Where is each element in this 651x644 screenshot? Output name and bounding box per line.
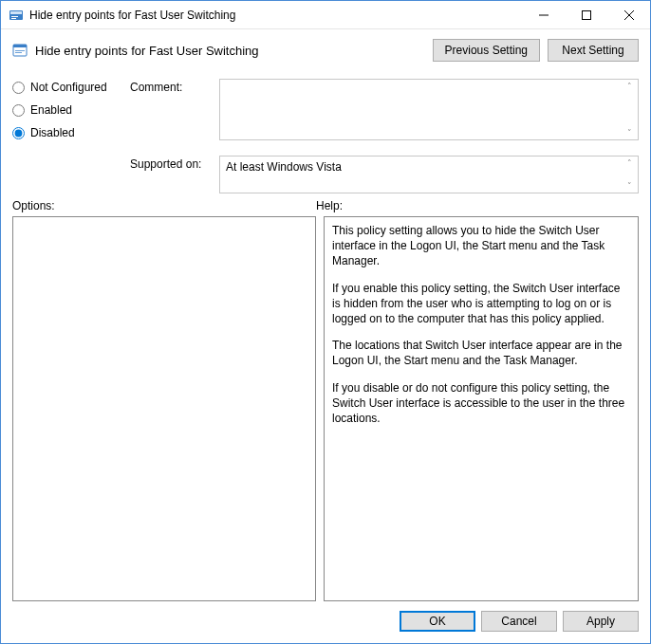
radio-not-configured[interactable]: Not Configured — [12, 81, 126, 94]
titlebar: Hide entry points for Fast User Switchin… — [1, 1, 650, 29]
section-labels: Options: Help: — [1, 193, 650, 216]
comment-value — [220, 80, 638, 87]
header-row: Hide entry points for Fast User Switchin… — [1, 29, 650, 79]
apply-button[interactable]: Apply — [563, 611, 639, 632]
gpedit-icon — [9, 8, 24, 23]
minimize-button[interactable] — [522, 1, 565, 28]
comment-textarea[interactable]: ˄ ˅ — [219, 79, 639, 140]
header-title: Hide entry points for Fast User Switchin… — [35, 44, 425, 58]
radio-enabled-input[interactable] — [12, 104, 25, 117]
radio-enabled-label: Enabled — [30, 103, 72, 117]
dialog-window: Hide entry points for Fast User Switchin… — [0, 0, 651, 644]
svg-rect-9 — [13, 45, 27, 47]
help-panel[interactable]: This policy setting allows you to hide t… — [324, 216, 639, 601]
close-button[interactable] — [607, 1, 650, 28]
comment-label: Comment: — [130, 79, 215, 94]
top-grid: Not Configured Enabled Disabled Comment:… — [1, 79, 650, 193]
maximize-button[interactable] — [565, 1, 607, 28]
supported-on-value: At least Windows Vista — [220, 156, 638, 177]
supported-on-label: Supported on: — [130, 156, 215, 171]
scroll-down-icon[interactable]: ˅ — [623, 181, 636, 191]
window-title: Hide entry points for Fast User Switchin… — [29, 9, 522, 22]
help-paragraph: This policy setting allows you to hide t… — [332, 223, 630, 269]
next-setting-button[interactable]: Next Setting — [548, 39, 639, 62]
scroll-up-icon[interactable]: ˄ — [623, 82, 636, 91]
svg-rect-1 — [10, 11, 22, 14]
svg-rect-5 — [582, 10, 590, 19]
help-paragraph: If you disable or do not configure this … — [332, 380, 630, 427]
scroll-down-icon[interactable]: ˅ — [623, 128, 636, 138]
window-controls — [522, 1, 650, 28]
radio-disabled-label: Disabled — [30, 126, 75, 139]
help-label: Help: — [316, 199, 639, 212]
supported-on-box: At least Windows Vista ˄ ˅ — [219, 156, 639, 193]
help-paragraph: The locations that Switch User interface… — [332, 338, 630, 368]
state-radio-group: Not Configured Enabled Disabled — [12, 79, 126, 139]
help-paragraph: If you enable this policy setting, the S… — [332, 281, 630, 327]
cancel-button[interactable]: Cancel — [481, 611, 557, 632]
radio-not-configured-input[interactable] — [12, 82, 25, 94]
policy-icon — [12, 43, 28, 58]
svg-rect-3 — [11, 18, 16, 19]
options-label: Options: — [12, 199, 316, 212]
options-panel[interactable] — [12, 216, 316, 601]
ok-button[interactable]: OK — [400, 611, 475, 632]
bottom-bar: OK Cancel Apply — [1, 601, 650, 643]
svg-rect-11 — [15, 52, 22, 53]
svg-rect-10 — [15, 50, 25, 51]
previous-setting-button[interactable]: Previous Setting — [433, 39, 540, 62]
scroll-up-icon[interactable]: ˄ — [623, 158, 636, 168]
svg-rect-2 — [11, 16, 18, 17]
radio-not-configured-label: Not Configured — [30, 81, 107, 94]
radio-disabled-input[interactable] — [12, 127, 25, 139]
radio-enabled[interactable]: Enabled — [12, 103, 126, 117]
radio-disabled[interactable]: Disabled — [12, 126, 126, 139]
panels: This policy setting allows you to hide t… — [1, 216, 650, 601]
